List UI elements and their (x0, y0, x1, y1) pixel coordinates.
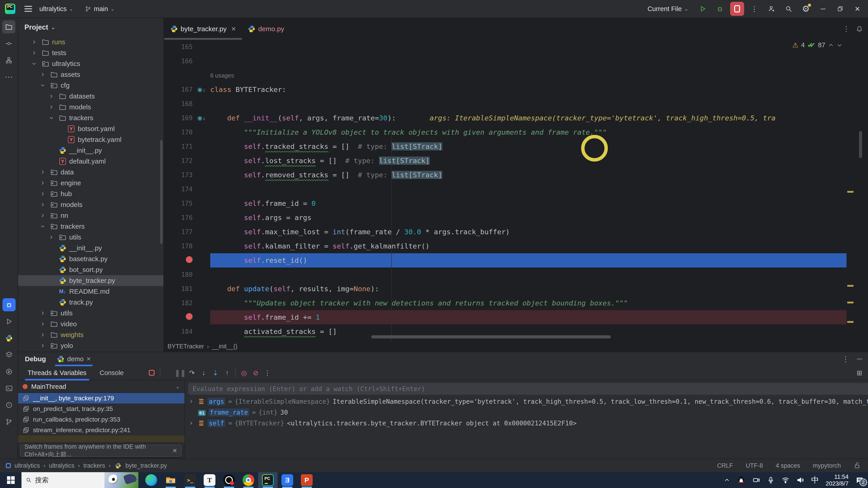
more-icon[interactable]: ⋮ (261, 367, 273, 379)
gutter-breakpoint[interactable] (173, 313, 193, 322)
status-breadcrumb-item[interactable]: trackers (84, 462, 105, 469)
chevron-right-icon[interactable] (40, 191, 48, 197)
resume-icon[interactable] (162, 367, 174, 379)
tree-item-runs[interactable]: runs (18, 37, 163, 47)
code-editor[interactable]: 1651666 usages167◉↓class BYTETracker:168… (164, 40, 868, 341)
chevron-right-icon[interactable] (40, 310, 48, 316)
taskbar-app-typora[interactable]: T (200, 472, 219, 488)
line-number[interactable]: 172 (173, 157, 193, 164)
code-line-167[interactable]: 167◉↓class BYTETracker: (164, 83, 868, 97)
chevron-right-icon[interactable] (40, 213, 48, 219)
tree-item-tests[interactable]: tests (18, 47, 163, 58)
status-item-utf-8[interactable]: UTF-8 (746, 462, 763, 469)
branch-selector[interactable]: main⌄ (81, 3, 119, 15)
code-line-171[interactable]: 171 self.tracked_stracks = [] # type: li… (164, 139, 868, 154)
wifi-tray-icon[interactable] (781, 476, 789, 484)
stop-debug-icon[interactable] (146, 367, 158, 379)
horizontal-scrollbar[interactable] (371, 335, 611, 338)
window-restore-button[interactable] (833, 2, 847, 16)
run-button[interactable] (696, 2, 710, 16)
tab-byte-tracker[interactable]: byte_tracker.py ✕ (164, 18, 242, 40)
breakpoint-icon[interactable] (186, 313, 193, 320)
inspections-widget[interactable]: ⚠4 ✔✔87 (792, 41, 842, 49)
tree-item-engine[interactable]: engine (18, 177, 163, 188)
ime-indicator[interactable]: 中 (811, 475, 819, 485)
taskbar-app-explorer[interactable] (161, 472, 180, 488)
status-item-crlf[interactable]: CRLF (717, 462, 733, 469)
code-line-182[interactable]: 182 """Updates object tracker with new d… (164, 296, 868, 310)
stack-frame[interactable]: stream_inference, predictor.py:241 (18, 425, 184, 435)
view-breakpoints-icon[interactable]: ◎ (238, 367, 250, 379)
problems-icon[interactable] (2, 398, 16, 412)
next-problem-icon[interactable] (837, 42, 842, 48)
project-selector[interactable]: ultralytics⌄ (35, 3, 78, 15)
code-line-172[interactable]: 172 self.lost_stracks = [] # type: list[… (164, 154, 868, 168)
code-line-176[interactable]: 176 self.args = args (164, 210, 868, 225)
line-number[interactable]: 169 (173, 114, 193, 122)
structure-icon[interactable] (2, 54, 16, 67)
close-icon[interactable]: ✕ (231, 26, 236, 33)
tree-item-trackers[interactable]: trackers (18, 112, 163, 123)
tree-item-bytetrack-yaml[interactable]: Ybytetrack.yaml (18, 134, 163, 145)
debugger-icon[interactable] (2, 298, 16, 311)
camera-tray-icon[interactable] (752, 476, 760, 484)
taskbar-clock[interactable]: 11:542023/8/7 (826, 473, 848, 487)
debug-options-icon[interactable]: ⋮ (842, 355, 849, 363)
chevron-right-icon[interactable] (31, 39, 39, 45)
line-number[interactable]: 182 (173, 299, 193, 307)
tree-item-default-yaml[interactable]: Ydefault.yaml (18, 156, 163, 167)
taskbar-app-obs[interactable] (219, 472, 239, 488)
tree-item-data[interactable]: data (18, 167, 163, 177)
line-number[interactable]: 165 (173, 43, 193, 51)
python-console-icon[interactable] (2, 332, 16, 345)
breadcrumb-method[interactable]: __init__() (212, 343, 238, 350)
tree-item-basetrack-py[interactable]: basetrack.py (18, 254, 163, 264)
line-number[interactable]: 171 (173, 143, 193, 150)
mute-breakpoints-icon[interactable]: ⊘ (250, 367, 261, 379)
window-minimize-button[interactable]: ─ (816, 2, 830, 16)
chevron-right-icon[interactable] (49, 104, 56, 110)
line-number[interactable]: 178 (173, 242, 193, 250)
chevron-right-icon[interactable] (40, 169, 48, 175)
chevron-right-icon[interactable] (40, 332, 48, 338)
tree-item-botsort-yaml[interactable]: Ybotsort.yaml (18, 123, 163, 134)
variable-row-frame_rate[interactable]: 01frame_rate = {int} 30 (185, 407, 868, 418)
line-number[interactable]: 170 (173, 129, 193, 136)
step-out-icon[interactable]: ↑ (221, 367, 233, 379)
editor-options-icon[interactable]: ⋮ (843, 25, 850, 33)
taskbar-search-input[interactable]: 搜索 (22, 472, 138, 488)
debug-button[interactable] (713, 2, 727, 16)
code-line-181[interactable]: 181 def update(self, results, img=None): (164, 282, 868, 296)
vertical-scrollbar[interactable] (859, 131, 862, 158)
notification-center-icon[interactable]: 2 (855, 476, 864, 484)
evaluate-expression-input[interactable]: Evaluate expression (Enter) or add a wat… (188, 383, 868, 395)
code-line-183[interactable]: self.frame_id += 1 (164, 310, 868, 324)
chevron-down-icon[interactable] (40, 223, 48, 229)
chevron-right-icon[interactable] (188, 420, 195, 426)
line-number[interactable]: 166 (173, 57, 193, 65)
tree-item-video[interactable]: video (18, 319, 163, 329)
run-config-selector[interactable]: Current File⌄ (643, 3, 692, 15)
project-panel-header[interactable]: Project⌄ (18, 18, 163, 37)
tab-demo[interactable]: demo.py (242, 18, 290, 40)
tree-item-datasets[interactable]: datasets (18, 91, 163, 102)
tree-item-track-py[interactable]: track.py (18, 297, 163, 308)
variable-row-args[interactable]: args = {IterableSimpleNamespace} Iterabl… (185, 396, 868, 407)
tab-console[interactable]: Console (97, 365, 126, 380)
tree-item-trackers[interactable]: trackers (18, 221, 163, 232)
code-with-me-icon[interactable] (765, 2, 778, 16)
python-packages-icon[interactable] (2, 348, 16, 361)
line-number[interactable]: 181 (173, 285, 193, 293)
stop-button[interactable] (730, 2, 744, 16)
code-line-165[interactable]: 165 (164, 40, 868, 54)
status-breadcrumbs[interactable]: ultralytics›ultralytics›trackers›byte_tr… (0, 462, 167, 469)
main-menu-icon[interactable] (24, 6, 32, 12)
chevron-right-icon[interactable] (40, 202, 48, 207)
version-control-icon[interactable] (2, 415, 16, 428)
debug-session-tab[interactable]: demo ✕ (55, 352, 93, 366)
status-breadcrumb-item[interactable]: ultralytics (14, 462, 40, 469)
close-icon[interactable]: ✕ (86, 356, 91, 362)
code-line-169[interactable]: 169◉↓ def __init__(self, args, frame_rat… (164, 111, 868, 125)
code-line-185[interactable]: 185 refind_stracks = [] (164, 339, 868, 341)
taskbar-app-chrome[interactable] (239, 472, 258, 488)
